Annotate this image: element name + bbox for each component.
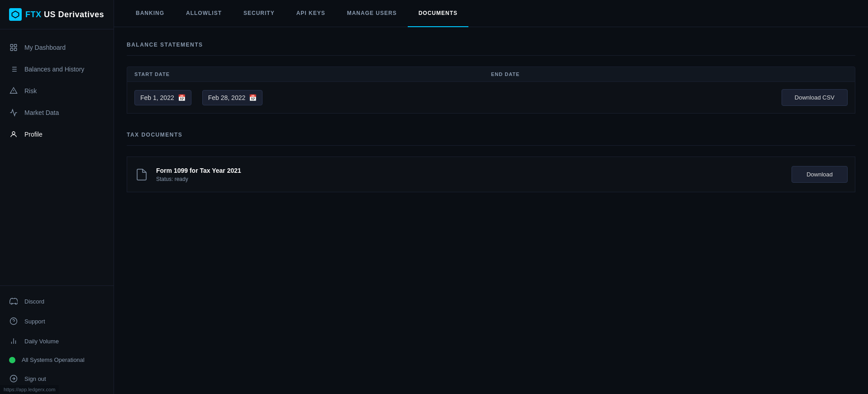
balances-icon: [9, 65, 18, 74]
sidebar-item-daily-volume[interactable]: Daily Volume: [0, 331, 114, 351]
calendar-icon: 📅: [178, 94, 186, 101]
svg-rect-3: [10, 48, 13, 51]
tab-api-keys[interactable]: API Keys: [286, 0, 336, 27]
date-table-header: START DATE END DATE: [127, 66, 855, 82]
tab-security[interactable]: Security: [233, 0, 286, 27]
start-date-value: Feb 1, 2022: [140, 94, 174, 101]
document-icon: [134, 167, 149, 182]
tab-banking[interactable]: Banking: [125, 0, 175, 27]
tab-allowlist[interactable]: Allowlist: [175, 0, 233, 27]
start-date-picker[interactable]: Feb 1, 2022 📅: [134, 90, 191, 105]
sidebar-bottom-label: Sign out: [24, 375, 46, 382]
support-icon: [9, 317, 18, 326]
sidebar-item-label: Profile: [24, 131, 43, 138]
tax-documents-title: TAX DOCUMENTS: [127, 132, 855, 138]
calendar-icon: 📅: [249, 94, 257, 101]
sidebar-item-market-data[interactable]: Market Data: [0, 102, 114, 123]
end-date-picker[interactable]: Feb 28, 2022 📅: [202, 90, 263, 105]
logo-area: FTX US Derivatives: [0, 0, 114, 29]
tax-documents-section: TAX DOCUMENTS Form 1099 for Tax Year 202…: [127, 132, 855, 192]
sidebar-bottom-label: All Systems Operational: [22, 356, 85, 363]
sidebar-item-risk[interactable]: Risk: [0, 80, 114, 102]
sidebar-item-label: Balances and History: [24, 66, 84, 73]
end-date-header: END DATE: [491, 71, 848, 77]
sidebar-item-profile[interactable]: Profile: [0, 123, 114, 145]
sidebar-item-label: Risk: [24, 87, 37, 95]
status-bar: https://app.ledgerx.com: [0, 385, 59, 394]
main-area: Banking Allowlist Security API Keys Mana…: [114, 0, 868, 394]
logo-text: FTX US Derivatives: [25, 10, 104, 19]
sidebar-item-label: Market Data: [24, 109, 59, 116]
daily-volume-icon: [9, 337, 18, 346]
discord-icon: [9, 297, 18, 306]
end-date-value: Feb 28, 2022: [208, 94, 246, 101]
sidebar-item-discord[interactable]: Discord: [0, 291, 114, 311]
content-area: BALANCE STATEMENTS START DATE END DATE F…: [114, 27, 868, 394]
sidebar-bottom-label: Discord: [24, 298, 44, 305]
date-row: Feb 1, 2022 📅 Feb 28, 2022 📅 Download CS…: [127, 82, 855, 114]
start-date-header: START DATE: [134, 71, 491, 77]
balance-statements-title: BALANCE STATEMENTS: [127, 42, 855, 48]
market-data-icon: [9, 108, 18, 117]
svg-point-13: [12, 132, 15, 134]
document-info: Form 1099 for Tax Year 2021 Status: read…: [156, 167, 784, 182]
risk-icon: [9, 86, 18, 95]
logo-icon: [9, 8, 22, 21]
svg-rect-4: [14, 48, 17, 51]
sidebar: FTX US Derivatives My Dashboard Balances…: [0, 0, 114, 394]
document-name: Form 1099 for Tax Year 2021: [156, 167, 784, 174]
download-csv-button[interactable]: Download CSV: [782, 89, 848, 106]
sidebar-bottom: Discord Support: [0, 285, 114, 394]
svg-rect-1: [10, 44, 13, 47]
sidebar-item-balances[interactable]: Balances and History: [0, 58, 114, 80]
tab-manage-users[interactable]: Manage Users: [336, 0, 408, 27]
svg-point-14: [10, 318, 17, 325]
document-status: Status: ready: [156, 176, 784, 182]
tab-bar: Banking Allowlist Security API Keys Mana…: [114, 0, 868, 27]
sidebar-nav: My Dashboard Balances and History Risk: [0, 29, 114, 285]
sidebar-item-label: My Dashboard: [24, 44, 66, 51]
sidebar-bottom-label: Daily Volume: [24, 338, 59, 345]
dashboard-icon: [9, 43, 18, 52]
balance-statements-section: BALANCE STATEMENTS START DATE END DATE F…: [127, 42, 855, 114]
status-dot-icon: [9, 357, 15, 363]
signout-icon: [9, 374, 18, 383]
url-display: https://app.ledgerx.com: [4, 387, 55, 392]
svg-rect-2: [14, 44, 17, 47]
download-button[interactable]: Download: [792, 166, 848, 183]
tab-documents[interactable]: Documents: [408, 0, 468, 27]
profile-icon: [9, 130, 18, 139]
tax-document-row: Form 1099 for Tax Year 2021 Status: read…: [127, 157, 855, 192]
svg-marker-0: [12, 11, 19, 18]
sidebar-item-status[interactable]: All Systems Operational: [0, 351, 114, 369]
sidebar-item-dashboard[interactable]: My Dashboard: [0, 37, 114, 58]
sidebar-item-support[interactable]: Support: [0, 311, 114, 331]
sidebar-bottom-label: Support: [24, 318, 45, 325]
